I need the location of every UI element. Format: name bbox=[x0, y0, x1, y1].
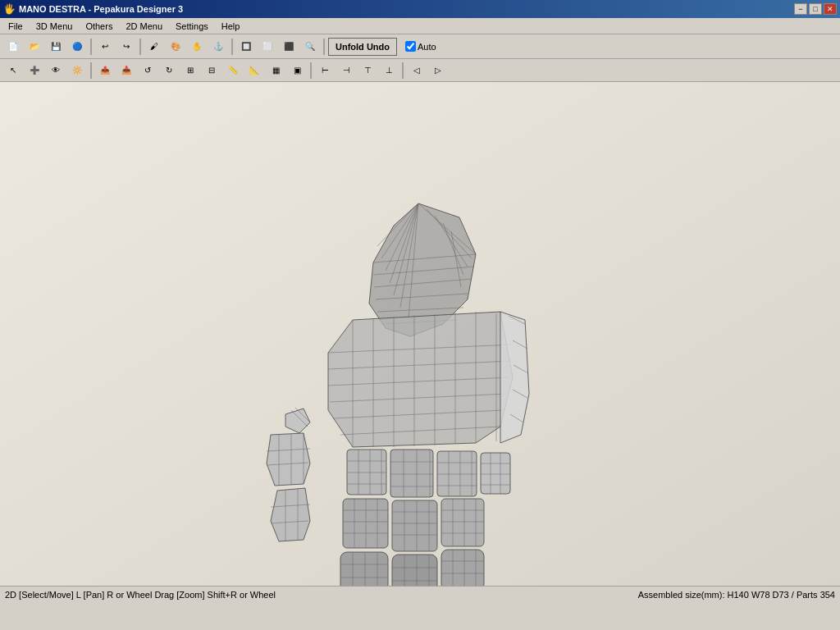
close-button[interactable]: ✕ bbox=[824, 3, 837, 15]
svg-marker-20 bbox=[328, 312, 513, 447]
flatten-button[interactable]: ▣ bbox=[287, 62, 307, 80]
viewport[interactable] bbox=[0, 82, 840, 586]
export-button[interactable]: 🔵 bbox=[67, 38, 87, 56]
auto-checkbox-label[interactable]: Auto bbox=[405, 41, 436, 52]
sep3 bbox=[231, 39, 233, 55]
statusbar: 2D [Select/Move] L [Pan] R or Wheel Drag… bbox=[0, 586, 840, 602]
svg-rect-75 bbox=[392, 500, 437, 551]
split-button[interactable]: ⬛ bbox=[279, 38, 299, 56]
sep1 bbox=[90, 39, 92, 55]
save-button[interactable]: 💾 bbox=[46, 38, 66, 56]
toolbar-row2: ↖ ➕ 👁 🔆 📤 📥 ↺ ↻ ⊞ ⊟ 📏 📐 ▦ ▣ ⊢ ⊣ ⊤ ⊥ ◁ ▷ bbox=[0, 59, 840, 82]
titlebar-title-area: 🖐 MANO DESTRA - Pepakura Designer 3 bbox=[3, 3, 183, 15]
select-button[interactable]: ↖ bbox=[3, 62, 23, 80]
3dview-button[interactable]: 🔲 bbox=[236, 38, 256, 56]
menu-settings[interactable]: Settings bbox=[169, 20, 215, 33]
maximize-button[interactable]: □ bbox=[809, 3, 822, 15]
undo-button[interactable]: ↩ bbox=[95, 38, 115, 56]
shading-button[interactable]: 🔆 bbox=[67, 62, 87, 80]
grid-button[interactable]: ▦ bbox=[266, 62, 285, 80]
3d-model-view bbox=[0, 82, 840, 586]
view3d-button[interactable]: 👁 bbox=[46, 62, 66, 80]
unfold-button[interactable]: 📥 bbox=[116, 62, 136, 80]
titlebar: 🖐 MANO DESTRA - Pepakura Designer 3 − □ … bbox=[0, 0, 840, 18]
svg-rect-68 bbox=[343, 499, 388, 548]
unfold-undo-button[interactable]: Unfold Undo bbox=[328, 38, 397, 56]
auto-label: Auto bbox=[418, 42, 436, 52]
texture-button[interactable]: 🎨 bbox=[166, 38, 185, 56]
ref2-button[interactable]: ↻ bbox=[159, 62, 179, 80]
redo-button[interactable]: ↪ bbox=[116, 38, 136, 56]
sep5 bbox=[90, 62, 92, 79]
connect4-button[interactable]: ⊥ bbox=[379, 62, 399, 80]
ref1-button[interactable]: ↺ bbox=[138, 62, 158, 80]
svg-rect-48 bbox=[390, 450, 433, 497]
extra2-button[interactable]: ▷ bbox=[428, 62, 448, 80]
sep2 bbox=[139, 39, 141, 55]
open-button[interactable]: 📂 bbox=[25, 38, 44, 56]
svg-rect-62 bbox=[481, 453, 510, 494]
2dview-button[interactable]: ⬜ bbox=[258, 38, 277, 56]
menu-2dmenu[interactable]: 2D Menu bbox=[119, 20, 169, 33]
auto-checkbox[interactable] bbox=[405, 41, 416, 52]
svg-rect-101 bbox=[441, 550, 484, 586]
cursor-button[interactable]: ➕ bbox=[25, 62, 44, 80]
paint-button[interactable]: 🖌 bbox=[144, 38, 164, 56]
zoom-button[interactable]: 🔍 bbox=[300, 38, 320, 56]
sep4 bbox=[323, 39, 325, 55]
statusbar-right: Assembled size(mm): H140 W78 D73 / Parts… bbox=[638, 590, 835, 600]
toolbar-row1: 📄 📂 💾 🔵 ↩ ↪ 🖌 🎨 ✋ ⚓ 🔲 ⬜ ⬛ 🔍 Unfold Undo … bbox=[0, 34, 840, 59]
fold-button[interactable]: 📤 bbox=[95, 62, 115, 80]
window-title: MANO DESTRA - Pepakura Designer 3 bbox=[19, 4, 183, 14]
menu-others[interactable]: Others bbox=[79, 20, 119, 33]
menubar: File 3D Menu Others 2D Menu Settings Hel… bbox=[0, 18, 840, 34]
minimize-button[interactable]: − bbox=[794, 3, 807, 15]
new-button[interactable]: 📄 bbox=[3, 38, 23, 56]
move-button[interactable]: ✋ bbox=[187, 38, 207, 56]
svg-rect-89 bbox=[340, 552, 388, 586]
align-button[interactable]: 📐 bbox=[244, 62, 264, 80]
menu-help[interactable]: Help bbox=[215, 20, 247, 33]
svg-rect-95 bbox=[392, 555, 437, 586]
measure-button[interactable]: 📏 bbox=[223, 62, 243, 80]
svg-rect-82 bbox=[441, 499, 484, 546]
svg-rect-41 bbox=[347, 450, 386, 495]
connect2-button[interactable]: ⊣ bbox=[336, 62, 356, 80]
sep7 bbox=[402, 62, 404, 79]
join1-button[interactable]: ⊞ bbox=[180, 62, 200, 80]
extra1-button[interactable]: ◁ bbox=[407, 62, 427, 80]
statusbar-left: 2D [Select/Move] L [Pan] R or Wheel Drag… bbox=[5, 590, 276, 600]
connect1-button[interactable]: ⊢ bbox=[315, 62, 335, 80]
titlebar-controls: − □ ✕ bbox=[794, 3, 837, 15]
svg-rect-55 bbox=[437, 451, 477, 496]
sep6 bbox=[310, 62, 312, 79]
anchor-button[interactable]: ⚓ bbox=[208, 38, 228, 56]
connect3-button[interactable]: ⊤ bbox=[358, 62, 377, 80]
menu-file[interactable]: File bbox=[2, 20, 30, 33]
svg-marker-116 bbox=[271, 488, 310, 541]
join2-button[interactable]: ⊟ bbox=[202, 62, 221, 80]
menu-3dmenu[interactable]: 3D Menu bbox=[30, 20, 80, 33]
